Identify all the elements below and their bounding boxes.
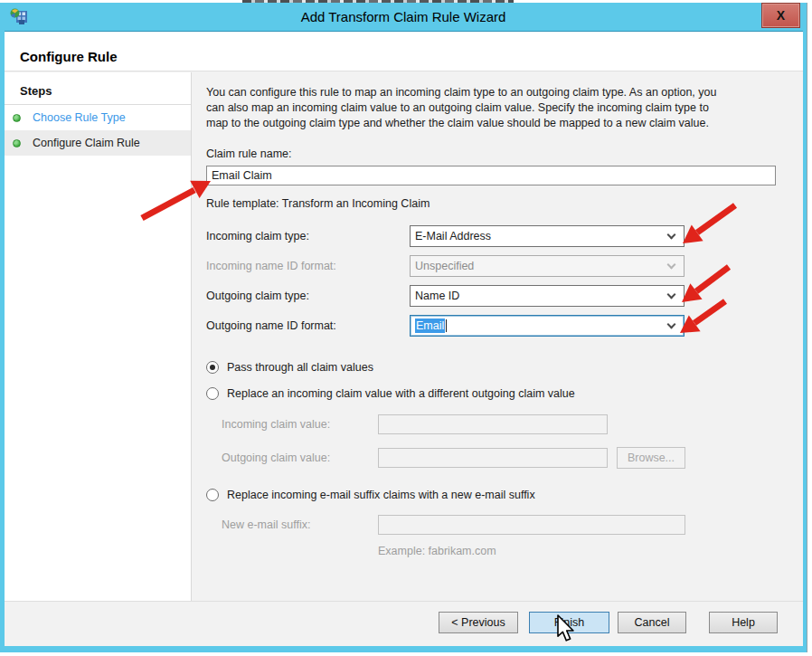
dropdown-value: Name ID <box>415 289 459 303</box>
adfs-wizard-icon <box>9 6 29 26</box>
dialog-frame: Configure Rule Steps Choose Rule Type Co… <box>5 31 803 646</box>
help-button[interactable]: Help <box>709 612 778 633</box>
page-title: Configure Rule <box>20 49 118 64</box>
radio-replace-suffix[interactable]: Replace incoming e-mail suffix claims wi… <box>206 488 803 502</box>
browse-button: Browse... <box>617 447 685 469</box>
outgoing-name-id-format-dropdown[interactable]: Email <box>410 315 685 337</box>
cancel-button[interactable]: Cancel <box>618 612 686 633</box>
close-button[interactable]: X <box>761 3 800 28</box>
sidebar-item-configure-claim-rule[interactable]: Configure Claim Rule <box>5 130 191 156</box>
close-x-icon: X <box>777 8 785 23</box>
incoming-claim-value-label: Incoming claim value: <box>222 417 378 432</box>
dialog-body: Steps Choose Rule Type Configure Claim R… <box>5 72 803 601</box>
radio-pass-through[interactable]: Pass through all claim values <box>206 360 803 375</box>
outgoing-claim-type-label: Outgoing claim type: <box>206 289 410 303</box>
radio-button-icon[interactable] <box>206 387 219 400</box>
example-text: Example: fabrikam.com <box>378 544 803 558</box>
radio-label: Replace an incoming claim value with a d… <box>227 386 575 401</box>
titlebar[interactable]: Add Transform Claim Rule Wizard X <box>0 3 807 31</box>
dropdown-value: E-Mail Address <box>415 229 491 243</box>
step-label: Choose Rule Type <box>33 111 126 124</box>
footer-button-bar: < Previous Finish Cancel Help <box>5 601 803 646</box>
chevron-down-icon <box>667 261 676 270</box>
sidebar-item-choose-rule-type[interactable]: Choose Rule Type <box>5 105 191 130</box>
outgoing-claim-value-input <box>378 448 608 468</box>
page-header: Configure Rule <box>5 32 803 71</box>
chevron-down-icon <box>667 320 676 329</box>
screenshot-root: { "window": { "title": "Add Transform Cl… <box>0 0 812 656</box>
outgoing-claim-type-dropdown[interactable]: Name ID <box>410 285 685 307</box>
new-email-suffix-input <box>378 515 685 535</box>
radio-button-icon[interactable] <box>206 489 219 501</box>
radio-button-icon[interactable] <box>206 361 219 374</box>
incoming-name-id-format-label: Incoming name ID format: <box>206 259 410 273</box>
chevron-down-icon <box>667 290 676 299</box>
main-content: You can configure this rule to map an in… <box>192 72 803 601</box>
text-caret <box>446 319 447 332</box>
step-complete-bullet-icon <box>13 114 21 122</box>
incoming-claim-type-label: Incoming claim type: <box>206 229 410 243</box>
steps-header: Steps <box>5 72 191 105</box>
step-label: Configure Claim Rule <box>33 137 140 149</box>
wizard-dialog: Add Transform Claim Rule Wizard X Config… <box>0 3 807 652</box>
claim-rule-name-label: Claim rule name: <box>206 147 803 161</box>
radio-label: Pass through all claim values <box>227 360 373 375</box>
radio-label: Replace incoming e-mail suffix claims wi… <box>227 488 535 502</box>
incoming-name-id-format-dropdown: Unspecified <box>410 255 685 277</box>
window-title: Add Transform Claim Rule Wizard <box>0 9 807 24</box>
dropdown-value-selected: Email <box>415 318 445 333</box>
outgoing-claim-value-label: Outgoing claim value: <box>222 451 378 465</box>
claim-rule-name-input[interactable] <box>206 166 776 185</box>
incoming-claim-value-input <box>378 414 608 434</box>
radio-replace-value[interactable]: Replace an incoming claim value with a d… <box>206 386 803 401</box>
previous-button[interactable]: < Previous <box>439 612 518 633</box>
incoming-claim-type-dropdown[interactable]: E-Mail Address <box>410 225 685 247</box>
finish-button[interactable]: Finish <box>529 612 609 633</box>
step-complete-bullet-icon <box>13 139 21 147</box>
description-text: You can configure this rule to map an in… <box>206 85 803 131</box>
dropdown-value: Unspecified <box>415 259 474 273</box>
outgoing-name-id-format-label: Outgoing name ID format: <box>206 318 410 333</box>
steps-sidebar: Steps Choose Rule Type Configure Claim R… <box>5 72 192 601</box>
rule-template-text: Rule template: Transform an Incoming Cla… <box>206 196 803 211</box>
new-email-suffix-label: New e-mail suffix: <box>222 518 378 532</box>
chevron-down-icon <box>667 231 676 240</box>
